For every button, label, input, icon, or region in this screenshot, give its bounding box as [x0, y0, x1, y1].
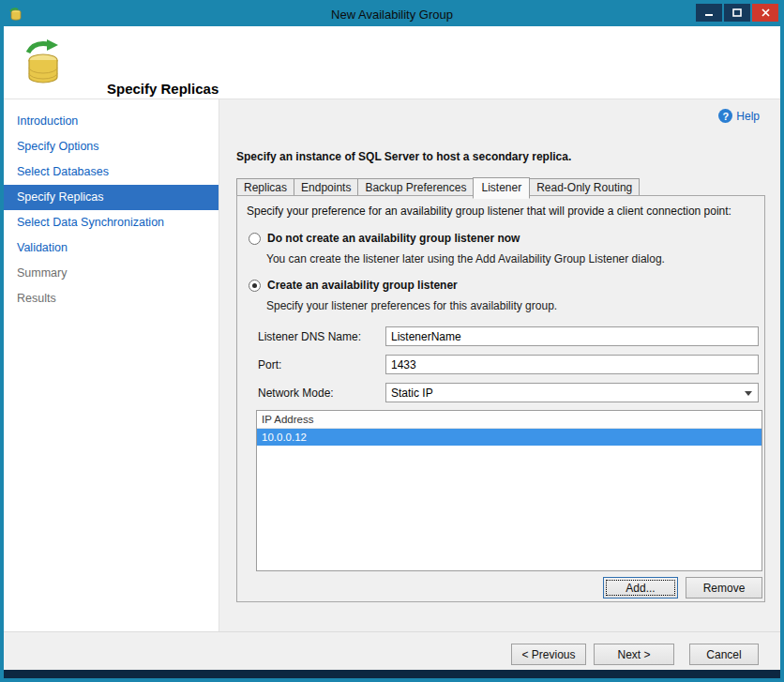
main-content: ? Help Specify an instance of SQL Server… [220, 99, 780, 631]
network-mode-value: Static IP [391, 386, 433, 400]
radio-create-listener[interactable]: Create an availability group listener [249, 279, 458, 292]
radio-no-listener[interactable]: Do not create an availability group list… [249, 232, 520, 245]
sidebar-item-specify-options[interactable]: Specify Options [4, 134, 219, 159]
help-icon: ? [718, 109, 732, 123]
radio-no-listener-label[interactable]: Do not create an availability group list… [267, 232, 520, 245]
previous-button[interactable]: < Previous [511, 644, 586, 665]
cancel-button[interactable]: Cancel [689, 644, 759, 665]
wizard-steps-sidebar: Introduction Specify Options Select Data… [4, 99, 219, 631]
window-title: New Availability Group [4, 4, 780, 26]
help-label: Help [736, 110, 760, 123]
radio-no-listener-circle[interactable] [249, 233, 261, 245]
radio-no-listener-description: You can create the listener later using … [266, 252, 665, 265]
sidebar-item-results: Results [4, 286, 219, 311]
close-icon[interactable] [752, 4, 778, 22]
maximize-icon[interactable] [724, 4, 750, 22]
dns-name-input[interactable] [385, 326, 759, 346]
add-button[interactable]: Add... [603, 577, 678, 599]
help-button[interactable]: ? Help [718, 109, 760, 123]
radio-create-listener-circle[interactable] [249, 280, 261, 292]
chevron-down-icon [745, 391, 752, 396]
next-button[interactable]: Next > [594, 644, 674, 665]
wizard-header: Specify Replicas [4, 26, 780, 99]
radio-create-listener-label[interactable]: Create an availability group listener [267, 279, 458, 292]
ip-address-list[interactable]: IP Address 10.0.0.12 [256, 410, 762, 571]
instruction-text: Specify an instance of SQL Server to hos… [236, 150, 571, 163]
minimize-icon[interactable] [696, 4, 722, 22]
sidebar-item-select-databases[interactable]: Select Databases [4, 159, 219, 185]
dns-name-label: Listener DNS Name: [258, 330, 361, 343]
port-label: Port: [258, 358, 281, 371]
remove-button[interactable]: Remove [686, 577, 762, 599]
ip-address-column-header: IP Address [257, 411, 761, 429]
sidebar-item-summary: Summary [4, 261, 219, 286]
port-input[interactable] [385, 355, 759, 374]
network-mode-dropdown[interactable]: Static IP [385, 383, 759, 402]
tab-listener[interactable]: Listener [473, 177, 530, 199]
window-controls [696, 4, 778, 22]
radio-create-listener-description: Specify your listener preferences for th… [266, 299, 557, 312]
sidebar-item-specify-replicas[interactable]: Specify Replicas [4, 185, 219, 210]
listener-tab-panel: Specify your preference for an availabil… [236, 195, 765, 602]
availability-group-icon [19, 38, 71, 92]
sidebar-item-introduction[interactable]: Introduction [4, 109, 219, 134]
title-bar: New Availability Group [4, 4, 780, 26]
sidebar-item-select-data-synchronization[interactable]: Select Data Synchronization [4, 210, 219, 235]
network-mode-label: Network Mode: [258, 386, 334, 400]
listener-preference-text: Specify your preference for an availabil… [247, 205, 758, 218]
window-bottom-strip [4, 670, 780, 678]
sidebar-item-validation[interactable]: Validation [4, 235, 219, 261]
wizard-footer: < Previous Next > Cancel [4, 631, 780, 670]
page-title: Specify Replicas [107, 81, 219, 97]
ip-address-row[interactable]: 10.0.0.12 [257, 429, 761, 446]
new-availability-group-window: New Availability Group Specif [0, 0, 784, 682]
